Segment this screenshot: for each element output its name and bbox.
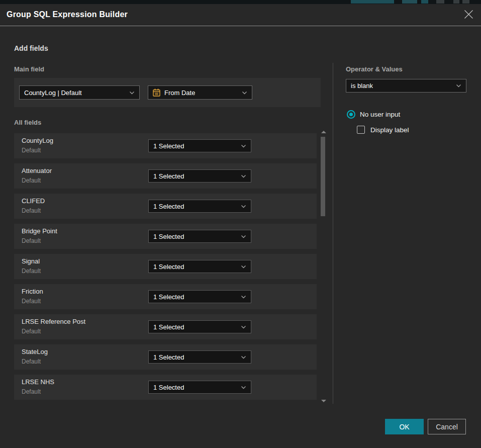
background-fragment bbox=[436, 0, 444, 4]
layer-select-value: CountyLog | Default bbox=[24, 89, 82, 97]
field-selected-dropdown[interactable]: 1 Selected bbox=[148, 290, 251, 303]
operator-select-dropdown[interactable]: is blank bbox=[346, 79, 466, 93]
display-label-checkbox[interactable]: Display label bbox=[357, 126, 409, 134]
group-sql-expression-builder-dialog: Group SQL Expression Builder Add fields … bbox=[0, 4, 481, 448]
all-fields-label: All fields bbox=[14, 119, 41, 126]
chevron-down-icon bbox=[237, 265, 246, 268]
scrollbar-thumb[interactable] bbox=[321, 137, 325, 216]
checkbox-icon bbox=[357, 126, 365, 134]
field-row-friction: Friction Default 1 Selected bbox=[14, 284, 317, 309]
background-fragment bbox=[462, 0, 469, 4]
triangle-up-icon[interactable] bbox=[321, 131, 326, 133]
field-name: Bridge Point bbox=[22, 227, 57, 235]
background-app-strip bbox=[0, 0, 481, 4]
field-name: LRSE Reference Post bbox=[22, 318, 85, 325]
field-selected-dropdown[interactable]: 1 Selected bbox=[148, 260, 251, 273]
field-row-countylog: CountyLog Default 1 Selected bbox=[14, 133, 317, 158]
field-name: Friction bbox=[22, 288, 43, 295]
field-selected-dropdown[interactable]: 1 Selected bbox=[148, 350, 251, 364]
field-row-lrse-reference-post: LRSE Reference Post Default 1 Selected bbox=[14, 314, 317, 339]
field-subtitle: Default bbox=[22, 298, 41, 305]
triangle-down-icon[interactable] bbox=[321, 400, 326, 402]
field-select-dropdown[interactable]: From Date bbox=[148, 85, 252, 100]
field-name: Signal bbox=[22, 257, 40, 265]
field-subtitle: Default bbox=[22, 177, 41, 184]
background-fragment bbox=[421, 0, 428, 4]
background-fragment bbox=[453, 0, 459, 4]
field-name: CLIFED bbox=[22, 197, 45, 205]
field-subtitle: Default bbox=[22, 328, 41, 335]
field-subtitle: Default bbox=[22, 388, 41, 395]
operator-select-value: is blank bbox=[351, 82, 373, 89]
no-user-input-radio[interactable]: No user input bbox=[347, 110, 400, 119]
field-selected-dropdown[interactable]: 1 Selected bbox=[148, 381, 251, 394]
chevron-down-icon bbox=[237, 235, 246, 238]
chevron-down-icon bbox=[237, 295, 246, 299]
field-row-clifed: CLIFED Default 1 Selected bbox=[14, 194, 317, 219]
field-selected-dropdown[interactable]: 1 Selected bbox=[148, 169, 251, 183]
cancel-button[interactable]: Cancel bbox=[428, 419, 466, 434]
field-name: CountyLog bbox=[22, 137, 53, 144]
dialog-titlebar: Group SQL Expression Builder bbox=[0, 4, 481, 26]
checkbox-label: Display label bbox=[370, 126, 409, 134]
close-button[interactable] bbox=[462, 9, 474, 21]
background-fragment bbox=[402, 0, 417, 4]
field-row-bridge-point: Bridge Point Default 1 Selected bbox=[14, 224, 317, 249]
layer-select-dropdown[interactable]: CountyLog | Default bbox=[19, 85, 140, 100]
chevron-down-icon bbox=[238, 91, 247, 95]
main-field-panel: CountyLog | Default From Date bbox=[14, 78, 321, 107]
ok-button[interactable]: OK bbox=[385, 419, 424, 434]
field-selected-dropdown[interactable]: 1 Selected bbox=[148, 139, 251, 152]
radio-label: No user input bbox=[360, 111, 400, 118]
add-fields-heading: Add fields bbox=[14, 44, 48, 52]
field-subtitle: Default bbox=[22, 267, 41, 275]
chevron-down-icon bbox=[237, 325, 246, 329]
field-row-signal: Signal Default 1 Selected bbox=[14, 254, 317, 279]
field-row-attenuator: Attenuator Default 1 Selected bbox=[14, 163, 317, 189]
field-subtitle: Default bbox=[22, 147, 41, 154]
field-selected-dropdown[interactable]: 1 Selected bbox=[148, 230, 251, 243]
field-row-lrse-nhs: LRSE NHS Default 1 Selected bbox=[14, 375, 317, 400]
field-name: StateLog bbox=[22, 348, 48, 355]
chevron-down-icon bbox=[237, 205, 246, 208]
field-subtitle: Default bbox=[22, 207, 41, 214]
field-row-statelog: StateLog Default 1 Selected bbox=[14, 344, 317, 370]
chevron-down-icon bbox=[125, 91, 135, 95]
close-icon bbox=[464, 10, 473, 21]
panel-divider bbox=[333, 63, 333, 404]
dialog-title: Group SQL Expression Builder bbox=[7, 10, 128, 19]
chevron-down-icon bbox=[452, 84, 461, 87]
field-selected-dropdown[interactable]: 1 Selected bbox=[148, 320, 251, 333]
field-subtitle: Default bbox=[22, 358, 41, 365]
background-fragment bbox=[351, 0, 394, 4]
field-selected-dropdown[interactable]: 1 Selected bbox=[148, 200, 251, 213]
field-subtitle: Default bbox=[22, 237, 41, 244]
operator-values-label: Operator & Values bbox=[346, 65, 403, 73]
field-name: Attenuator bbox=[22, 167, 52, 174]
chevron-down-icon bbox=[237, 355, 246, 359]
chevron-down-icon bbox=[237, 174, 246, 178]
radio-icon bbox=[347, 110, 355, 119]
main-field-label: Main field bbox=[14, 65, 44, 73]
calendar-icon bbox=[153, 88, 160, 97]
chevron-down-icon bbox=[237, 144, 246, 148]
field-name: LRSE NHS bbox=[22, 378, 54, 386]
field-select-value: From Date bbox=[164, 89, 195, 97]
chevron-down-icon bbox=[237, 386, 246, 389]
